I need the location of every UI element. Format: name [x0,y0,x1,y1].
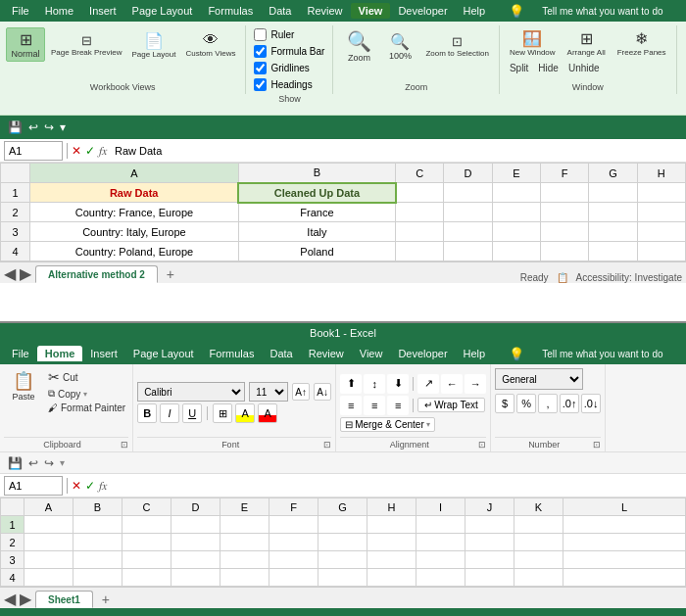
cell-g4[interactable] [589,242,637,261]
font-shrink-btn[interactable]: A↓ [314,383,331,401]
top-formula-input[interactable] [111,145,682,157]
bottom-cell-i1[interactable] [416,516,466,534]
gridlines-check-input[interactable] [254,62,267,74]
bottom-col-d[interactable]: D [172,498,220,516]
bottom-name-box[interactable] [4,476,63,496]
sheet-nav-left[interactable]: ◀ [4,264,16,283]
customize-quick-btn[interactable]: ▾ [60,120,66,134]
align-middle-btn[interactable]: ↕ [364,374,385,394]
bottom-cell-c2[interactable] [122,534,172,551]
clipboard-expand-icon[interactable]: ⊡ [121,440,128,450]
bottom-cell-d3[interactable] [172,551,220,569]
col-header-c[interactable]: C [396,164,444,183]
bottom-cell-d2[interactable] [172,534,220,551]
bottom-formula-confirm[interactable]: ✓ [85,479,95,493]
bottom-col-k[interactable]: K [514,498,564,516]
col-header-e[interactable]: E [492,164,540,183]
bottom-cell-a4[interactable] [24,569,74,587]
sheet-tab-sheet1[interactable]: Sheet1 [35,591,93,608]
formula-bar-checkbox[interactable]: Formula Bar [252,44,326,59]
bottom-cell-b3[interactable] [74,551,122,569]
menu-insert[interactable]: Insert [81,3,124,19]
percent-btn[interactable]: % [516,394,536,413]
cell-f4[interactable] [540,242,588,261]
cell-e3[interactable] [492,222,540,242]
bottom-menu-review[interactable]: Review [301,346,352,361]
cell-g2[interactable] [589,203,637,222]
bottom-col-c[interactable]: C [122,498,172,516]
bottom-cell-j1[interactable] [466,516,514,534]
bottom-menu-view[interactable]: View [352,346,391,361]
paste-btn[interactable]: 📋 Paste [4,368,43,403]
zoom-selection-btn[interactable]: ⊡ Zoom to Selection [421,32,492,60]
cut-btn[interactable]: ✂ Cut [45,368,128,386]
font-name-select[interactable]: Calibri [137,382,245,402]
bottom-sheet-nav-right[interactable]: ▶ [20,590,31,608]
align-right-btn[interactable]: ≡ [387,396,409,415]
bottom-cell-j4[interactable] [466,569,514,587]
gridlines-checkbox[interactable]: Gridlines [252,61,326,75]
font-size-select[interactable]: 11 [249,382,288,402]
bottom-redo-btn[interactable]: ↪ [44,456,54,470]
bottom-cell-k3[interactable] [514,551,564,569]
menu-file[interactable]: File [4,3,37,19]
bottom-cell-f1[interactable] [270,516,318,534]
menu-page-layout[interactable]: Page Layout [124,3,201,19]
cell-h1[interactable] [637,183,685,203]
copy-btn[interactable]: ⧉ Copy ▾ [45,387,128,401]
comma-btn[interactable]: , [538,394,558,413]
arrange-all-btn[interactable]: ⊞ Arrange All [564,27,610,59]
ruler-check-input[interactable] [254,28,267,41]
menu-help[interactable]: Help [456,3,494,19]
headings-checkbox[interactable]: Headings [252,77,326,92]
zoom-btn[interactable]: 🔍 Zoom [339,27,378,65]
zoom-100-btn[interactable]: 🔍 100% [380,30,419,63]
bottom-cell-e4[interactable] [220,569,270,587]
new-window-btn[interactable]: 🪟 New Window [506,27,560,59]
bottom-cell-b2[interactable] [74,534,122,551]
bottom-col-j[interactable]: J [466,498,514,516]
cell-g3[interactable] [589,222,637,242]
bottom-col-e[interactable]: E [220,498,270,516]
cell-b2[interactable]: France [238,203,395,222]
save-quick-btn[interactable]: 💾 [8,120,23,134]
ruler-checkbox[interactable]: Ruler [252,27,326,42]
bottom-cell-g2[interactable] [318,534,368,551]
currency-btn[interactable]: $ [495,394,514,413]
merge-center-btn[interactable]: ⊟ Merge & Center ▾ [340,417,435,432]
bottom-cell-g3[interactable] [318,551,368,569]
menu-data[interactable]: Data [261,3,299,19]
sheet-nav-right[interactable]: ▶ [20,264,31,283]
bottom-cell-l4[interactable] [564,569,686,587]
bottom-cell-i3[interactable] [416,551,466,569]
undo-quick-btn[interactable]: ↩ [28,120,38,134]
normal-view-btn[interactable]: ⊞ Normal [6,27,45,62]
bottom-cell-g1[interactable] [318,516,368,534]
bottom-cell-g4[interactable] [318,569,368,587]
number-expand-icon[interactable]: ⊡ [593,440,601,450]
cell-d4[interactable] [444,242,492,261]
cell-a2[interactable]: Country: France, Europe [30,203,239,222]
bottom-cell-f2[interactable] [270,534,318,551]
col-header-b[interactable]: B [238,164,395,183]
cell-e1[interactable] [492,183,540,203]
font-color-btn[interactable]: A [258,403,277,423]
indent-increase-btn[interactable]: → [465,374,486,394]
cell-b1[interactable]: Cleaned Up Data [238,183,395,203]
formula-bar-check-input[interactable] [254,45,267,58]
cell-c2[interactable] [396,203,444,222]
cell-c3[interactable] [396,222,444,242]
bottom-cell-c3[interactable] [122,551,172,569]
bottom-cell-i4[interactable] [416,569,466,587]
split-btn[interactable]: Split [506,62,532,74]
col-header-a[interactable]: A [30,164,239,183]
align-bottom-btn[interactable]: ⬇ [387,374,409,394]
menu-home[interactable]: Home [37,3,81,19]
menu-formulas[interactable]: Formulas [200,3,261,19]
custom-views-btn[interactable]: 👁 Custom Views [181,29,239,60]
cell-d2[interactable] [444,203,492,222]
bottom-cell-h4[interactable] [368,569,416,587]
cell-f1[interactable] [540,183,588,203]
cell-d3[interactable] [444,222,492,242]
bottom-sheet-nav-left[interactable]: ◀ [4,590,16,608]
